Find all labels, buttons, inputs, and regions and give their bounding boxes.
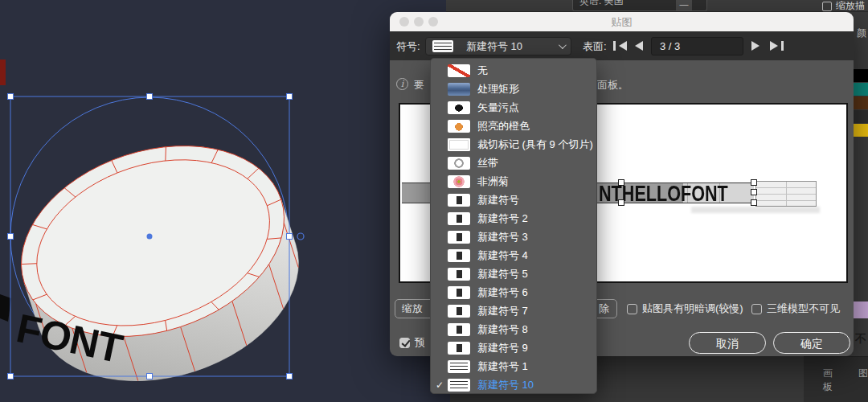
symbol-select[interactable]: 新建符号 10 — [425, 37, 571, 55]
tab-partial[interactable]: 图 — [858, 367, 868, 394]
last-surface-button[interactable] — [770, 41, 784, 51]
symbol-thumbnail-icon — [448, 101, 470, 114]
menu-item[interactable]: 处理矩形 — [431, 80, 596, 98]
selection-handle[interactable] — [751, 199, 757, 206]
menu-item[interactable]: 新建符号 — [431, 191, 596, 209]
minimize-icon[interactable]: — — [676, 0, 692, 10]
dialog-title: 贴图 — [390, 15, 854, 30]
menu-item[interactable]: 非洲菊 — [431, 172, 596, 191]
color-panel-title: 颜 — [857, 27, 866, 40]
selection-handle[interactable] — [751, 179, 757, 186]
symbol-thumbnail-icon — [448, 342, 470, 355]
symbol-thumbnail-icon — [432, 40, 453, 52]
surface-label: 表面: — [583, 39, 607, 54]
preview-label: 预 — [415, 335, 425, 350]
dialog-control-strip: 符号: 新建符号 10 表面: 3 / 3 — [390, 31, 854, 60]
menu-item[interactable]: 照亮的橙色 — [431, 117, 596, 135]
first-surface-button[interactable] — [613, 41, 627, 51]
menu-item-label: 新建符号 — [477, 193, 519, 207]
menu-item[interactable]: 新建符号 9 — [431, 338, 596, 357]
symbol-thumbnail-icon — [448, 268, 470, 281]
cancel-button[interactable]: 取消 — [689, 332, 766, 354]
symbol-thumbnail-icon — [448, 194, 470, 207]
menu-item-label: 处理矩形 — [477, 82, 519, 96]
language-value: 英语: 美国 — [579, 0, 624, 8]
partial-letter — [0, 294, 11, 322]
ok-button[interactable]: 确定 — [773, 332, 850, 354]
invisible-geometry-checkbox[interactable]: 三维模型不可见 — [751, 299, 840, 318]
preview-checkbox[interactable]: 预 — [399, 335, 425, 350]
panel-partial-text: 不 — [855, 332, 866, 347]
checkmark-icon: ✓ — [436, 379, 448, 391]
checked-checkbox-icon — [399, 338, 410, 348]
menu-item-label: 新建符号 7 — [477, 304, 528, 318]
chevron-down-icon — [559, 41, 567, 49]
info-text-suffix: 面板。 — [597, 78, 628, 92]
menu-item[interactable]: 新建符号 7 — [431, 302, 596, 320]
symbol-thumbnail-icon — [448, 323, 470, 336]
menu-item-label: 新建符号 6 — [477, 285, 528, 300]
selection-handle[interactable] — [618, 179, 624, 186]
scale-strokes-checkbox[interactable]: 缩放描 — [822, 0, 865, 12]
surface-counter-field[interactable]: 3 / 3 — [651, 37, 743, 55]
checkbox-icon — [822, 2, 832, 11]
selection-handle[interactable] — [751, 189, 757, 195]
lavender-swatch[interactable] — [854, 302, 868, 318]
symbol-thumbnail-icon — [448, 286, 470, 299]
red-artifact — [0, 59, 6, 85]
menu-item[interactable]: 矢量污点 — [431, 98, 596, 117]
center-point — [147, 234, 153, 240]
menu-item-label: 新建符号 5 — [477, 267, 528, 281]
symbol-thumbnail-icon — [448, 138, 470, 151]
menu-item[interactable]: 新建符号 1 — [431, 357, 596, 375]
symbol-select-value: 新建符号 10 — [466, 39, 522, 54]
menu-item[interactable]: 新建符号 5 — [431, 265, 596, 283]
menu-item[interactable]: 新建符号 6 — [431, 283, 596, 302]
dialog-titlebar[interactable]: 贴图 — [390, 12, 854, 31]
menu-item-label: 无 — [477, 64, 488, 78]
menu-item[interactable]: ✓ 新建符号 10 — [431, 375, 596, 394]
symbol-thumbnail-icon — [448, 175, 470, 188]
menu-item-label: 新建符号 9 — [477, 341, 528, 355]
app-top-strip: 英语: 美国 — 缩放描 — [446, 0, 868, 12]
menu-item-label: 新建符号 10 — [477, 378, 534, 392]
symbol-label: 符号: — [396, 39, 420, 54]
artwork-3d-disc[interactable]: FONT — [0, 0, 450, 402]
info-text-prefix: 要 — [414, 78, 424, 92]
menu-item-label: 新建符号 8 — [477, 322, 528, 337]
selection-handle[interactable] — [618, 199, 624, 206]
rotation-handle[interactable] — [297, 233, 304, 240]
checkbox-icon — [627, 304, 637, 314]
symbol-grid-table — [755, 181, 817, 207]
artwork-shadow — [691, 207, 820, 213]
shade-artwork-label: 贴图具有明暗调(较慢) — [642, 302, 743, 316]
symbol-thumbnail-icon — [448, 120, 470, 133]
info-icon: i — [396, 78, 408, 90]
symbol-thumbnail-icon — [448, 379, 470, 392]
menu-item[interactable]: 无 — [431, 61, 596, 80]
tab-artboard[interactable]: 画板 — [823, 367, 841, 394]
symbol-thumbnail-icon — [448, 64, 470, 77]
menu-item[interactable]: 新建符号 8 — [431, 320, 596, 338]
menu-item[interactable]: 新建符号 3 — [431, 228, 596, 246]
bottom-right-panel: 画板 图 — [804, 356, 868, 402]
menu-item[interactable]: 新建符号 2 — [431, 209, 596, 228]
symbol-thumbnail-icon — [448, 83, 470, 96]
shade-artwork-checkbox[interactable]: 贴图具有明暗调(较慢) — [627, 299, 743, 318]
menu-item[interactable]: 裁切标记 (具有 9 个切片) — [431, 135, 596, 154]
next-surface-button[interactable] — [751, 41, 760, 51]
menu-item-label: 新建符号 1 — [477, 359, 528, 374]
previous-surface-button[interactable] — [635, 41, 643, 51]
menu-item-label: 新建符号 2 — [477, 211, 528, 226]
menu-item-label: 新建符号 3 — [477, 230, 528, 244]
scale-strokes-label: 缩放描 — [836, 0, 865, 13]
symbol-thumbnail-icon — [448, 231, 470, 244]
menu-item-label: 丝带 — [477, 156, 498, 170]
menu-item[interactable]: 新建符号 4 — [431, 246, 596, 265]
document-canvas[interactable]: FONT — [0, 0, 450, 402]
menu-item-label: 矢量污点 — [477, 100, 519, 115]
symbol-thumbnail-icon — [448, 360, 470, 373]
menu-item[interactable]: 丝带 — [431, 154, 596, 172]
symbol-thumbnail-icon — [448, 157, 470, 170]
disc-group[interactable] — [0, 114, 323, 402]
